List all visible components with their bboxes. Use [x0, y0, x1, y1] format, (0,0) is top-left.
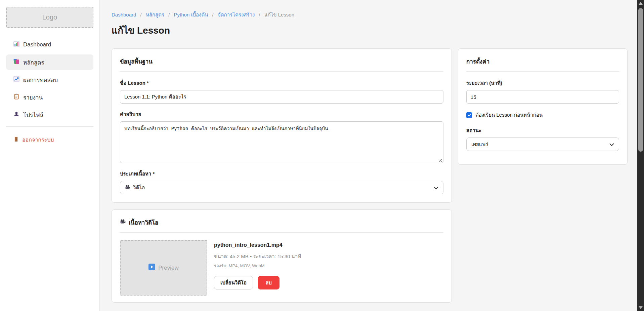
logout-label: ออกจากระบบ	[22, 135, 54, 144]
basic-info-card-title: ข้อมูลพื้นฐาน	[120, 55, 443, 72]
main-content: Dashboard / หลักสูตร / Python เบื้องต้น …	[100, 0, 644, 311]
sidebar-item-test-results[interactable]: ผลการทดสอบ	[6, 72, 93, 87]
breadcrumb-current: แก้ไข Lesson	[264, 12, 294, 17]
breadcrumb-link-course[interactable]: Python เบื้องต้น	[174, 12, 208, 17]
delete-video-button[interactable]: ลบ	[258, 276, 280, 289]
door-icon	[13, 137, 19, 143]
scrollbar-down-arrow[interactable]	[639, 306, 643, 309]
sidebar-item-profile[interactable]: โปรไฟล์	[6, 107, 93, 122]
sidebar-item-dashboard[interactable]: Dashboard	[6, 37, 93, 52]
chevron-down-icon	[609, 142, 614, 147]
content-type-value: วิดีโอ	[133, 184, 145, 192]
sidebar-divider	[6, 126, 93, 127]
video-content-card: เนื้อหาวิดีโอ Preview python_intro_lesso…	[112, 209, 452, 303]
breadcrumb-separator: /	[168, 12, 170, 17]
video-card-title: เนื้อหาวิดีโอ	[129, 218, 158, 227]
preview-label: Preview	[158, 265, 178, 271]
check-icon	[467, 112, 471, 118]
logo-placeholder: Logo	[6, 7, 93, 28]
basic-info-card: ข้อมูลพื้นฐาน ชื่อ Lesson * คำอธิบาย บทเ…	[112, 48, 452, 203]
page-title: แก้ไข Lesson	[112, 24, 628, 37]
description-label: คำอธิบาย	[120, 110, 443, 118]
logo-text: Logo	[42, 13, 57, 21]
prereq-checkbox[interactable]	[466, 112, 472, 118]
person-icon	[13, 111, 19, 119]
breadcrumb-separator: /	[140, 12, 142, 17]
sidebar-item-label: รายงาน	[23, 93, 43, 102]
duration-label: ระยะเวลา (นาที)	[466, 79, 619, 87]
textarea-resize-handle[interactable]	[438, 158, 443, 162]
status-value: เผยแพร่	[471, 140, 488, 148]
line-chart-icon	[13, 76, 19, 84]
sidebar-item-label: ผลการทดสอบ	[23, 75, 58, 84]
status-label: สถานะ	[466, 126, 619, 134]
movie-camera-icon	[120, 219, 126, 226]
logout-link[interactable]: ออกจากระบบ	[13, 135, 93, 144]
sidebar-item-courses[interactable]: หลักสูตร	[6, 54, 93, 70]
play-icon	[148, 264, 155, 272]
scrollbar-thumb[interactable]	[638, 8, 643, 152]
video-meta: ขนาด: 45.2 MB • ระยะเวลา: 15:30 นาที	[214, 252, 301, 261]
video-filename: python_intro_lesson1.mp4	[214, 242, 301, 248]
content-type-label: ประเภทเนื้อหา *	[120, 170, 443, 178]
sidebar-item-label: หลักสูตร	[23, 58, 44, 67]
chevron-down-icon	[434, 185, 438, 191]
status-select[interactable]: เผยแพร่	[466, 138, 619, 151]
breadcrumb-link-courses[interactable]: หลักสูตร	[146, 12, 164, 17]
lesson-name-input[interactable]	[120, 90, 443, 104]
clipboard-icon	[13, 93, 19, 101]
breadcrumb-link-dashboard[interactable]: Dashboard	[112, 12, 136, 17]
content-type-select[interactable]: วิดีโอ	[120, 181, 443, 194]
video-preview[interactable]: Preview	[120, 240, 207, 296]
scrollbar[interactable]	[637, 0, 644, 311]
breadcrumb-separator: /	[259, 12, 260, 17]
scrollbar-up-arrow[interactable]	[639, 2, 643, 5]
breadcrumb-separator: /	[212, 12, 214, 17]
video-supported-formats: รองรับ: MP4, MOV, WebM	[214, 262, 301, 269]
change-video-button[interactable]: เปลี่ยนวิดีโอ	[214, 276, 253, 289]
sidebar-item-label: โปรไฟล์	[23, 110, 43, 119]
lesson-name-label: ชื่อ Lesson *	[120, 79, 443, 87]
settings-card: การตั้งค่า ระยะเวลา (นาที) ต้องเรียน Les…	[458, 48, 628, 165]
prereq-label: ต้องเรียน Lesson ก่อนหน้าก่อน	[475, 111, 543, 119]
sidebar: Logo Dashboard หลักสูตร ผลการทดสอบ รายงา…	[0, 0, 100, 311]
books-icon	[13, 59, 19, 66]
bar-chart-icon	[13, 41, 19, 49]
duration-input[interactable]	[466, 90, 619, 104]
breadcrumb: Dashboard / หลักสูตร / Python เบื้องต้น …	[112, 11, 628, 19]
settings-card-title: การตั้งค่า	[466, 55, 619, 72]
sidebar-item-reports[interactable]: รายงาน	[6, 89, 93, 105]
movie-camera-icon	[125, 185, 130, 191]
description-textarea[interactable]: บทเรียนนี้จะอธิบายว่า Python คืออะไร ประ…	[120, 121, 443, 163]
breadcrumb-link-structure[interactable]: จัดการโครงสร้าง	[218, 12, 255, 17]
sidebar-item-label: Dashboard	[23, 41, 51, 48]
